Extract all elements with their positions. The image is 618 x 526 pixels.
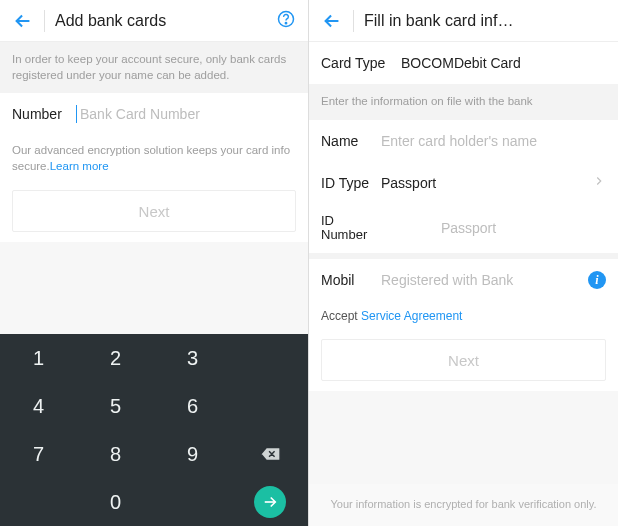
key-enter[interactable] — [231, 478, 308, 526]
key-7[interactable]: 7 — [0, 430, 77, 478]
page-title: Add bank cards — [55, 12, 276, 30]
key-4[interactable]: 4 — [0, 382, 77, 430]
backspace-icon — [259, 443, 281, 465]
accept-line: Accept Service Agreement — [309, 301, 618, 331]
key-backspace[interactable] — [231, 430, 308, 478]
mobile-row: Mobil i — [309, 259, 618, 301]
next-button[interactable]: Next — [321, 339, 606, 381]
key-3[interactable]: 3 — [154, 334, 231, 382]
info-banner: Enter the information on file with the b… — [309, 84, 618, 120]
header: Add bank cards — [0, 0, 308, 42]
next-button[interactable]: Next — [12, 190, 296, 232]
service-agreement-link[interactable]: Service Agreement — [361, 309, 462, 323]
name-label: Name — [321, 133, 381, 149]
mobile-input[interactable] — [381, 272, 588, 288]
key-empty — [231, 382, 308, 430]
screen-add-card: Add bank cards In order to keep your acc… — [0, 0, 309, 526]
encryption-note: Our advanced encryption solution keeps y… — [0, 135, 308, 182]
id-type-value: Passport — [381, 175, 592, 191]
id-number-label: ID Number — [321, 214, 381, 244]
key-6[interactable]: 6 — [154, 382, 231, 430]
key-0[interactable]: 0 — [77, 478, 154, 526]
learn-more-link[interactable]: Learn more — [50, 160, 109, 172]
intro-banner: In order to keep your account secure, on… — [0, 42, 308, 93]
svg-point-1 — [285, 22, 286, 23]
key-empty — [0, 478, 77, 526]
key-empty — [154, 478, 231, 526]
page-title: Fill in bank card inf… — [364, 12, 606, 30]
card-type-label: Card Type — [321, 55, 401, 71]
id-number-row: ID Number Passport — [309, 204, 618, 254]
key-empty — [231, 334, 308, 382]
name-row: Name — [309, 120, 618, 162]
card-number-row: Number — [0, 93, 308, 135]
card-number-input[interactable] — [76, 106, 255, 122]
header: Fill in bank card inf… — [309, 0, 618, 42]
number-label: Number — [12, 106, 76, 122]
text-cursor — [76, 105, 77, 123]
card-type-row: Card Type BOCOMDebit Card — [309, 42, 618, 84]
id-type-label: ID Type — [321, 175, 381, 191]
card-type-value: BOCOMDebit Card — [401, 55, 521, 71]
key-8[interactable]: 8 — [77, 430, 154, 478]
arrow-left-icon — [321, 10, 343, 32]
key-1[interactable]: 1 — [0, 334, 77, 382]
chevron-right-icon — [592, 174, 606, 192]
spacer — [309, 391, 618, 484]
name-input[interactable] — [381, 133, 606, 149]
mobile-label: Mobil — [321, 272, 381, 288]
arrow-right-icon — [261, 493, 279, 511]
id-number-value: Passport — [381, 220, 606, 236]
back-button[interactable] — [12, 10, 34, 32]
key-5[interactable]: 5 — [77, 382, 154, 430]
back-button[interactable] — [321, 10, 343, 32]
spacer — [0, 242, 308, 334]
divider — [353, 10, 354, 32]
numeric-keypad: 1 2 3 4 5 6 7 8 9 0 — [0, 334, 308, 526]
key-9[interactable]: 9 — [154, 430, 231, 478]
arrow-left-icon — [12, 10, 34, 32]
id-type-row[interactable]: ID Type Passport — [309, 162, 618, 204]
help-icon — [276, 9, 296, 29]
screen-fill-info: Fill in bank card inf… Card Type BOCOMDe… — [309, 0, 618, 526]
footer-note: Your information is encrypted for bank v… — [309, 484, 618, 526]
key-2[interactable]: 2 — [77, 334, 154, 382]
help-button[interactable] — [276, 9, 296, 33]
info-button[interactable]: i — [588, 271, 606, 289]
divider — [44, 10, 45, 32]
